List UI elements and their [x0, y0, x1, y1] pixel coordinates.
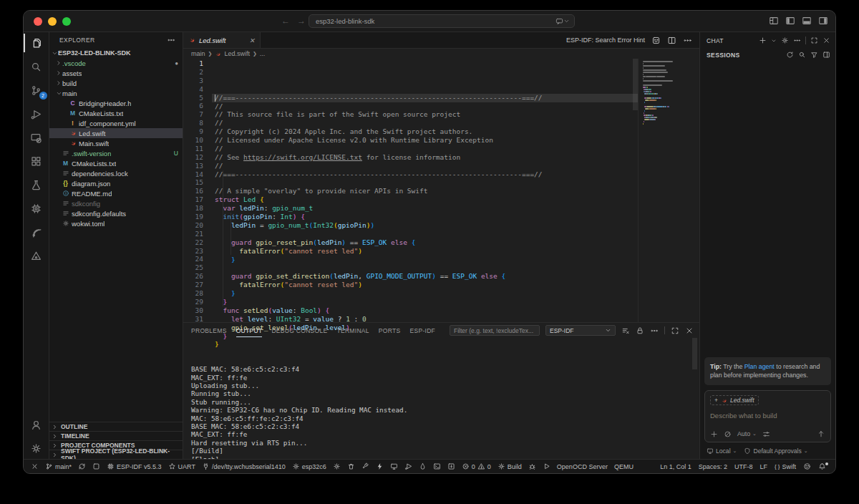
code-line[interactable]: } — [215, 298, 638, 306]
tree-item--swift-version[interactable]: .swift-versionU — [49, 148, 183, 158]
status-git-branch[interactable]: main* — [45, 462, 72, 470]
code-line[interactable]: var ledPin: gpio_num_t — [215, 204, 638, 213]
pane-outline[interactable]: OUTLINE — [49, 422, 183, 431]
explorer-more-actions-icon[interactable] — [167, 36, 175, 44]
status-flash[interactable] — [376, 462, 384, 470]
status-full-clean[interactable] — [347, 462, 355, 470]
tree-item-cmakelists-txt[interactable]: MCMakeLists.txt — [49, 108, 183, 118]
close-chat-icon[interactable] — [822, 37, 830, 44]
code-line[interactable]: } — [215, 256, 638, 264]
activitybar-explorer[interactable] — [24, 35, 49, 51]
code-editor[interactable]: 1234567891011121314151617181920212223242… — [183, 59, 699, 322]
panel-more-actions-icon[interactable] — [650, 326, 659, 335]
breadcrumb[interactable]: main ❯ Led.swift ❯ ... — [183, 49, 699, 59]
editor-more-actions-icon[interactable] — [683, 36, 692, 45]
mode-picker[interactable]: Auto ⌄ — [737, 430, 757, 437]
tree-item-assets[interactable]: assets — [49, 68, 183, 78]
code-line[interactable]: fatalError("cannot reset led") — [215, 247, 638, 256]
quick-chat-icon[interactable] — [555, 17, 563, 25]
code-line[interactable]: // — [215, 119, 638, 127]
editor-scrollbar[interactable] — [633, 59, 638, 110]
status-build-task[interactable]: Build — [498, 462, 522, 470]
panel-tab-debug-console[interactable]: DEBUG CONSOLE — [271, 323, 327, 338]
status-language-mode[interactable]: { }Swift — [775, 463, 796, 470]
tree-item-idf-component-yml[interactable]: !idf_component.yml — [49, 118, 183, 128]
code-line[interactable]: struct Led { — [215, 195, 638, 204]
code-line[interactable]: // This source file is part of the Swift… — [215, 110, 638, 119]
activitybar-source-control[interactable]: 2 — [24, 82, 49, 98]
status-run[interactable] — [543, 462, 550, 470]
close-window-button[interactable] — [34, 17, 42, 26]
status-espidf-version[interactable]: ESP-IDF v5.5.3 — [107, 462, 162, 470]
code-line[interactable]: //===-----------------------------------… — [212, 94, 638, 102]
status-qemu[interactable]: QEMU — [614, 463, 634, 470]
status-debug[interactable] — [404, 462, 412, 470]
panel-tab-output[interactable]: OUTPUT — [236, 323, 263, 338]
code-line[interactable]: // Copyright (c) 2024 Apple Inc. and the… — [215, 127, 638, 136]
toggle-primary-sidebar-icon[interactable] — [785, 16, 795, 26]
tree-item-cmakelists-txt[interactable]: MCMakeLists.txt — [49, 158, 183, 168]
breadcrumb-folder[interactable]: main — [191, 50, 205, 57]
accounts-button[interactable] — [24, 417, 49, 432]
minimize-window-button[interactable] — [48, 17, 57, 26]
command-center-search[interactable]: esp32-led-blink-sdk — [309, 14, 575, 28]
tab-close-icon[interactable]: ✕ — [249, 37, 255, 44]
tree-item-dependencies-lock[interactable]: dependencies.lock — [49, 168, 183, 178]
code-line[interactable] — [215, 230, 638, 238]
attach-icon[interactable] — [710, 430, 718, 438]
code-content[interactable]: //===-----------------------------------… — [212, 59, 638, 322]
environment-picker[interactable]: Local ⌄ — [707, 447, 737, 455]
tree-item--vscode[interactable]: .vscode● — [49, 58, 183, 68]
status-problems[interactable]: 00 — [462, 462, 491, 470]
toggle-secondary-sidebar-icon[interactable] — [818, 16, 828, 26]
code-line[interactable]: // — [215, 162, 638, 170]
panel-tab-terminal[interactable]: TERMINAL — [336, 323, 369, 338]
status-indentation[interactable]: Spaces: 2 — [699, 463, 727, 470]
approvals-picker[interactable]: Default Approvals ⌄ — [744, 447, 807, 455]
customize-layout-icon[interactable] — [769, 16, 779, 26]
breadcrumb-file[interactable]: Led.swift — [224, 50, 250, 57]
history-forward-button[interactable]: → — [297, 16, 306, 26]
filter-sessions-icon[interactable] — [810, 51, 818, 59]
tree-item-readme-md[interactable]: README.md — [49, 188, 183, 198]
status-flash-method[interactable]: UART — [168, 462, 195, 470]
status-device-target[interactable]: esp32c6 — [292, 462, 326, 470]
status-container[interactable] — [92, 462, 100, 470]
status-sync[interactable] — [78, 462, 86, 470]
status-encoding[interactable]: UTF-8 — [734, 463, 753, 470]
code-line[interactable]: //===-----------------------------------… — [215, 170, 638, 179]
code-line[interactable]: // Licensed under Apache License v2.0 wi… — [215, 136, 638, 145]
panel-tab-ports[interactable]: PORTS — [379, 323, 401, 338]
pane-timeline[interactable]: TIMELINE — [49, 431, 183, 440]
code-line[interactable]: } — [215, 289, 638, 298]
tree-root-esp32-led-blink-sdk[interactable]: ESP32-LED-BLINK-SDK — [49, 48, 183, 58]
code-line[interactable]: // See https://swift.org/LICENSE.txt for… — [215, 153, 638, 162]
espidf-hint-label[interactable]: ESP-IDF: Search Error Hint — [566, 37, 645, 44]
output-scrollbar[interactable] — [692, 338, 697, 369]
manage-button[interactable] — [24, 440, 49, 456]
send-icon[interactable] — [817, 430, 825, 438]
chevron-down-icon[interactable] — [771, 38, 777, 44]
activitybar-wokwi[interactable] — [24, 248, 49, 263]
code-line[interactable]: // A simple "overlay" to provide nicer A… — [215, 187, 638, 195]
tree-item-build[interactable]: build — [49, 78, 183, 88]
search-sessions-icon[interactable] — [798, 51, 806, 59]
activitybar-remote-explorer[interactable] — [24, 130, 49, 145]
zoom-window-button[interactable] — [62, 17, 71, 26]
activitybar-testing[interactable] — [24, 177, 49, 193]
status-bug[interactable] — [528, 462, 536, 470]
activitybar-extensions[interactable] — [24, 153, 49, 169]
minimap[interactable] — [638, 59, 699, 322]
status-monitor[interactable] — [390, 462, 398, 470]
plan-agent-link[interactable]: Plan agent — [744, 363, 775, 370]
activitybar-espressif[interactable] — [24, 224, 49, 240]
breadcrumb-symbol[interactable]: ... — [260, 50, 266, 57]
tree-item-led-swift[interactable]: Led.swift — [49, 128, 183, 138]
code-line[interactable]: // — [215, 102, 638, 111]
expand-chat-icon[interactable] — [810, 37, 818, 44]
status-eol[interactable]: LF — [759, 463, 767, 470]
tree-item-diagram-json[interactable]: {}diagram.json — [49, 178, 183, 188]
tab-led-swift[interactable]: Led.swift ✕ — [183, 32, 261, 48]
status-terminal[interactable] — [433, 462, 441, 470]
status-menuconfig[interactable] — [333, 462, 341, 470]
